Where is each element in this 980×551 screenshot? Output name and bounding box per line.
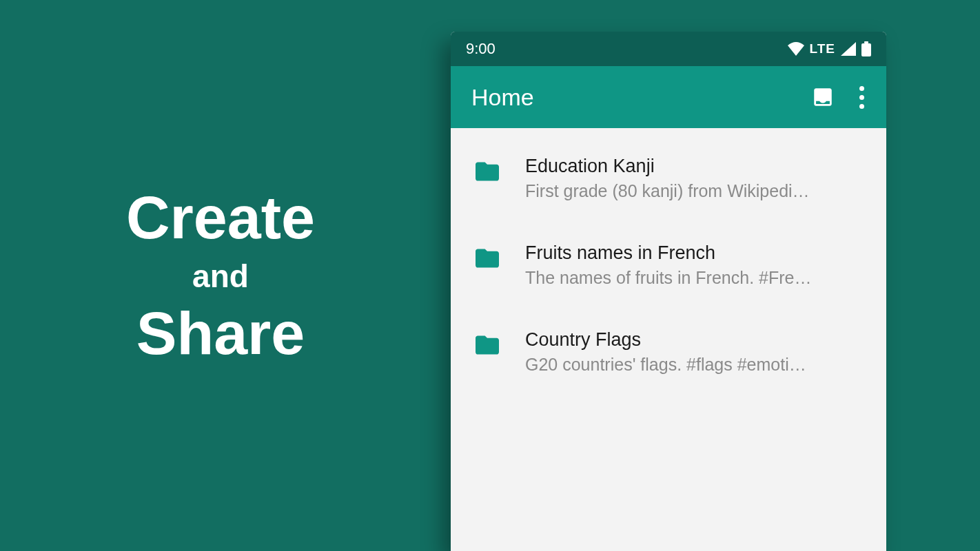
app-bar: Home <box>451 66 886 128</box>
list-item[interactable]: Education Kanji First grade (80 kanji) f… <box>451 135 886 222</box>
list-item[interactable]: Country Flags G20 countries' flags. #fla… <box>451 309 886 395</box>
wifi-icon <box>788 42 804 56</box>
status-time: 9:00 <box>466 40 496 58</box>
battery-icon <box>861 41 871 56</box>
item-subtitle: First grade (80 kanji) from Wikipedi… <box>525 181 867 201</box>
list-item[interactable]: Fruits names in French The names of frui… <box>451 222 886 309</box>
appbar-title: Home <box>466 84 811 111</box>
item-subtitle: The names of fruits in French. #Fre… <box>525 268 867 288</box>
item-title: Education Kanji <box>525 156 867 177</box>
svg-rect-0 <box>864 41 868 43</box>
status-icons: LTE <box>788 41 871 56</box>
signal-icon <box>841 42 856 56</box>
hero-line-3: Share <box>136 302 305 365</box>
item-title: Fruits names in French <box>525 242 867 264</box>
hero-line-1: Create <box>126 186 315 249</box>
folder-icon <box>473 242 502 270</box>
item-subtitle: G20 countries' flags. #flags #emoti… <box>525 355 867 375</box>
phone-frame: 9:00 LTE Home <box>451 32 886 551</box>
inbox-icon[interactable] <box>811 85 835 109</box>
deck-list: Education Kanji First grade (80 kanji) f… <box>451 128 886 402</box>
network-label: LTE <box>810 41 835 56</box>
item-title: Country Flags <box>525 329 867 351</box>
folder-icon <box>473 156 502 183</box>
status-bar: 9:00 LTE <box>451 32 886 66</box>
folder-icon <box>473 329 502 357</box>
svg-rect-1 <box>861 43 871 56</box>
hero-text: Create and Share <box>0 0 441 551</box>
hero-line-2: and <box>192 258 249 295</box>
more-vert-icon[interactable] <box>855 83 868 112</box>
